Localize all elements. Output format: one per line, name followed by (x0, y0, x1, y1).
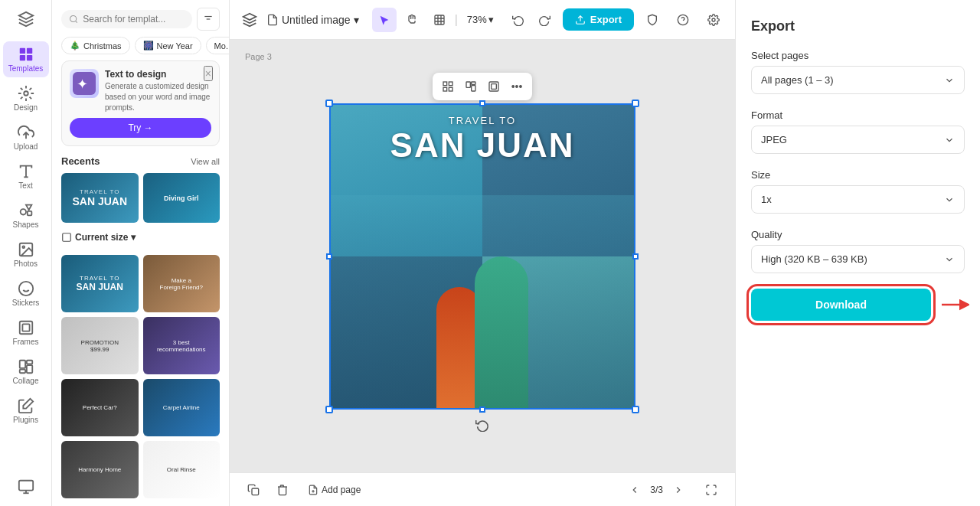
tag-more[interactable]: Mo... (206, 37, 229, 54)
hand-tool-button[interactable] (400, 8, 424, 32)
shield-icon (646, 14, 658, 26)
resize-icon (433, 14, 446, 26)
sidebar-item-collage[interactable]: Collage (3, 354, 49, 390)
download-arrow-annotation (942, 297, 969, 312)
current-size-toggle[interactable]: Current size ▾ (61, 232, 136, 243)
cursor-icon (378, 14, 390, 26)
canvas-collage-button[interactable] (460, 76, 482, 97)
copy-icon (247, 484, 260, 496)
recent-item-san-juan[interactable]: TRAVEL TO SAN JUAN (61, 173, 139, 223)
resize-tool-button[interactable] (427, 8, 452, 32)
svg-rect-42 (472, 82, 475, 84)
zoom-dropdown-icon: ▾ (488, 14, 494, 25)
undo-button[interactable] (506, 8, 531, 32)
shield-icon-button[interactable] (640, 8, 665, 32)
redo-button[interactable] (532, 8, 557, 32)
document-dropdown-icon: ▾ (354, 14, 359, 26)
select-tool-button[interactable] (372, 8, 397, 32)
svg-marker-21 (23, 399, 33, 409)
svg-rect-22 (18, 481, 32, 491)
template-card-1[interactable]: TRAVEL TO SAN JUAN (61, 255, 139, 312)
main-area: Untitled image ▾ | (230, 0, 735, 506)
filter-button[interactable] (197, 8, 220, 31)
next-page-button[interactable] (669, 481, 688, 499)
svg-point-12 (18, 282, 32, 295)
sidebar-item-stickers[interactable]: Stickers (3, 276, 49, 312)
sidebar-design-label: Design (14, 103, 38, 112)
search-input[interactable] (83, 14, 185, 24)
sidebar-item-plugins[interactable]: Plugins (3, 393, 49, 429)
fullscreen-button[interactable] (700, 478, 723, 501)
add-page-button[interactable]: Add page (300, 482, 368, 498)
quality-value: High (320 KB – 639 KB) (761, 253, 867, 265)
size-dropdown[interactable]: 1x (751, 185, 965, 214)
canvas-grid-button[interactable] (437, 76, 459, 97)
document-name[interactable]: Untitled image ▾ (266, 14, 359, 26)
sidebar-item-upload[interactable]: Upload (3, 119, 49, 155)
hand-icon (406, 14, 418, 26)
template-card-8[interactable]: Oral Rinse (143, 441, 220, 498)
format-label: Format (751, 109, 965, 121)
banner-close-button[interactable]: × (204, 66, 213, 81)
frame-icon (488, 80, 500, 93)
sidebar-home[interactable] (3, 6, 49, 32)
template-card-2[interactable]: Make aForeign Friend? (143, 255, 220, 312)
sidebar-upload-label: Upload (14, 142, 38, 151)
sidebar-frames-label: Frames (13, 338, 39, 346)
sidebar-photos-label: Photos (14, 260, 38, 268)
toolbar-tools: | 73% ▾ (372, 8, 500, 32)
quality-dropdown[interactable]: High (320 KB – 639 KB) (751, 245, 965, 273)
select-pages-dropdown[interactable]: All pages (1 – 3) (751, 66, 965, 94)
prev-page-button[interactable] (626, 481, 644, 499)
search-box[interactable] (61, 10, 192, 28)
svg-rect-43 (472, 85, 475, 90)
sidebar-item-photos[interactable]: Photos (3, 237, 49, 273)
recents-title: Recents (61, 155, 100, 167)
canvas-area[interactable]: Page 3 (230, 40, 735, 472)
sidebar-item-design[interactable]: Design (3, 80, 49, 116)
add-page-label: Add page (322, 485, 361, 495)
canvas-image[interactable]: TRAVEL TO SAN JUAN (329, 103, 635, 410)
canvas-more-button[interactable]: ••• (506, 76, 528, 97)
sidebar-item-shapes[interactable]: Shapes (3, 198, 49, 233)
canvas-wrapper[interactable]: ••• TRAVEL TO SAN JUAN (329, 103, 635, 410)
settings-icon-button[interactable] (701, 8, 726, 32)
chevron-down-icon (944, 75, 955, 86)
export-button[interactable]: Export (563, 8, 634, 31)
export-panel-title: Export (751, 18, 965, 34)
canvas-frame-button[interactable] (483, 76, 505, 97)
svg-point-4 (24, 91, 28, 96)
tag-christmas[interactable]: 🎄 Christmas (61, 37, 130, 54)
page-label: Page 3 (245, 52, 272, 61)
sidebar-item-text[interactable]: Text (3, 158, 49, 194)
template-card-6[interactable]: Carpet Airline (143, 379, 220, 436)
svg-point-25 (70, 15, 77, 21)
delete-page-button[interactable] (271, 478, 294, 501)
recent-item-diving[interactable]: Diving Girl (143, 173, 220, 223)
undo-icon (512, 14, 524, 26)
format-dropdown[interactable]: JPEG (751, 126, 965, 154)
sidebar-item-templates[interactable]: Templates (3, 41, 49, 77)
tag-more-label: Mo... (214, 41, 229, 51)
template-card-3[interactable]: PROMOTION$99.99 (61, 317, 139, 374)
zoom-control[interactable]: 73% ▾ (461, 11, 500, 28)
svg-rect-0 (19, 48, 24, 54)
rotate-handle[interactable] (475, 417, 490, 433)
download-button[interactable]: Download (751, 289, 931, 321)
template-card-4[interactable]: 3 bestrecommendations (143, 317, 220, 374)
view-all-button[interactable]: View all (191, 157, 220, 166)
sidebar-item-more[interactable] (3, 474, 49, 500)
template-card-5[interactable]: Perfect Car? (61, 379, 139, 436)
svg-rect-15 (19, 322, 32, 335)
help-icon-button[interactable] (671, 8, 695, 32)
page-navigation: 3/3 (626, 481, 688, 499)
sidebar-item-frames[interactable]: Frames (3, 315, 49, 351)
copy-page-button[interactable] (242, 478, 265, 501)
tag-new-year[interactable]: 🎆 New Year (135, 37, 201, 54)
search-icon (69, 14, 78, 24)
try-button[interactable]: Try → (70, 118, 211, 138)
canva-logo-icon (242, 12, 257, 28)
redo-icon (538, 14, 550, 26)
home-icon-button[interactable] (239, 9, 260, 31)
template-card-7[interactable]: Harmony Home (61, 441, 139, 498)
